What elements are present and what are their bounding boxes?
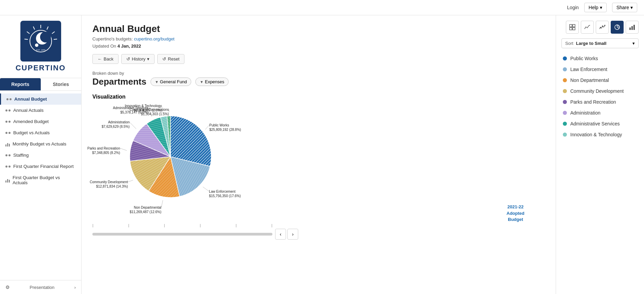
legend-label: Law Enforcement bbox=[570, 67, 607, 72]
nav-icon-dots bbox=[5, 154, 11, 156]
svg-rect-58 bbox=[573, 24, 575, 27]
legend-item-parks-recreation[interactable]: Parks and Recreation bbox=[561, 97, 639, 107]
nav-item-staffing[interactable]: Staffing bbox=[0, 150, 81, 161]
back-button[interactable]: ← Back bbox=[92, 54, 119, 64]
view-bar-button[interactable] bbox=[626, 21, 639, 34]
view-icons bbox=[561, 21, 639, 34]
chevron-right-icon: › bbox=[74, 285, 76, 290]
toolbar: ← Back ↺ History ▾ ↺ Reset bbox=[92, 54, 545, 64]
legend-item-public-works[interactable]: Public Works bbox=[561, 53, 639, 64]
nav-label-first-quarter-budget: First Quarter Budget vs Actuals bbox=[13, 175, 76, 185]
svg-rect-68 bbox=[631, 26, 633, 30]
history-icon: ↺ bbox=[126, 56, 130, 62]
section-title-row: Departments ▼ General Fund ▼ Expenses bbox=[92, 76, 545, 87]
budget-link[interactable]: cupertino.org/budget bbox=[134, 36, 174, 41]
nav-icon-dots bbox=[5, 166, 11, 168]
svg-line-14 bbox=[205, 125, 209, 129]
svg-text:$25,809,192 (28.8%): $25,809,192 (28.8%) bbox=[209, 128, 241, 132]
budget-period-label: 2021-22AdoptedBudget bbox=[506, 204, 524, 223]
nav-label-first-quarter-financial: First Quarter Financial Report bbox=[13, 164, 74, 169]
sort-dropdown-arrow-icon: ▾ bbox=[632, 41, 635, 46]
svg-text:Innovation & Technology: Innovation & Technology bbox=[125, 104, 162, 108]
help-button[interactable]: Help ▾ bbox=[584, 3, 607, 12]
legend-item-law-enforcement[interactable]: Law Enforcement bbox=[561, 64, 639, 75]
reset-icon: ↺ bbox=[162, 56, 166, 62]
nav-label-monthly-budget: Monthly Budget vs Actuals bbox=[13, 141, 66, 146]
nav-item-monthly-budget[interactable]: Monthly Budget vs Actuals bbox=[0, 138, 81, 150]
nav-item-first-quarter-financial[interactable]: First Quarter Financial Report bbox=[0, 161, 81, 172]
nav-label-budget-vs-actuals: Budget vs Actuals bbox=[13, 130, 50, 135]
svg-rect-60 bbox=[573, 28, 575, 30]
legend-item-administrative-services[interactable]: Administrative Services bbox=[561, 118, 639, 129]
page-updated: Updated On 4 Jan, 2022 bbox=[92, 44, 545, 49]
sidebar-tab-stories[interactable]: Stories bbox=[41, 78, 82, 90]
filter-expenses[interactable]: ▼ Expenses bbox=[195, 77, 229, 86]
nav-icon-dots bbox=[6, 98, 12, 100]
legend-dot bbox=[563, 111, 567, 115]
nav-item-annual-actuals[interactable]: Annual Actuals bbox=[0, 105, 81, 116]
share-button[interactable]: Share ▾ bbox=[612, 3, 637, 12]
nav-item-first-quarter-budget[interactable]: First Quarter Budget vs Actuals bbox=[0, 172, 81, 188]
nav-item-amended-budget[interactable]: Amended Budget bbox=[0, 116, 81, 127]
svg-text:Non Departmental: Non Departmental bbox=[134, 206, 161, 209]
nav-icon-dots bbox=[5, 121, 11, 123]
filter-general-fund[interactable]: ▼ General Fund bbox=[150, 77, 191, 86]
sort-label: Sort bbox=[565, 41, 573, 46]
nav-icon-dots bbox=[5, 132, 11, 134]
svg-text:Law Enforcement: Law Enforcement bbox=[209, 190, 235, 193]
timeline-track bbox=[92, 233, 272, 236]
legend-item-administration[interactable]: Administration bbox=[561, 107, 639, 118]
chart-container: Community Development$12,871,834 (14.3%)… bbox=[92, 104, 545, 240]
view-pie-button[interactable] bbox=[611, 21, 624, 34]
pie-chart: Community Development$12,871,834 (14.3%)… bbox=[92, 104, 289, 220]
nav-item-budget-vs-actuals[interactable]: Budget vs Actuals bbox=[0, 127, 81, 138]
svg-text:$7,629,629 (8.5%): $7,629,629 (8.5%) bbox=[102, 125, 129, 128]
legend-label: Innovation & Technology bbox=[570, 132, 622, 137]
broken-down-by-label: Broken down by bbox=[92, 71, 545, 76]
sidebar-tabs: Reports Stories bbox=[0, 78, 81, 91]
timeline-section: |||||| ‹ › bbox=[92, 223, 545, 240]
nav-icon-bar bbox=[5, 142, 10, 146]
svg-text:$1,334,303 (1.5%): $1,334,303 (1.5%) bbox=[141, 112, 169, 116]
presentation-label: Presentation bbox=[30, 285, 54, 290]
view-line-button[interactable] bbox=[581, 21, 594, 34]
svg-point-62 bbox=[602, 25, 603, 27]
sidebar-tab-reports[interactable]: Reports bbox=[0, 78, 41, 90]
svg-text:Parks and Recreation: Parks and Recreation bbox=[87, 146, 120, 150]
city-name: CUPERTINO bbox=[5, 64, 76, 72]
svg-text:Council and Commissions: Council and Commissions bbox=[130, 108, 169, 111]
svg-text:$12,871,834 (14.3%): $12,871,834 (14.3%) bbox=[96, 185, 128, 188]
legend-label: Administrative Services bbox=[570, 121, 620, 126]
svg-line-20 bbox=[128, 180, 133, 182]
right-panel: Sort Large to Small ▾ Public WorksLaw En… bbox=[556, 15, 644, 294]
timeline-prev-button[interactable]: ‹ bbox=[275, 229, 286, 240]
svg-rect-67 bbox=[629, 28, 631, 30]
legend-item-non-departmental[interactable]: Non Departmental bbox=[561, 75, 639, 86]
timeline-next-button[interactable]: › bbox=[287, 229, 298, 240]
svg-text:$11,269,487 (12.6%): $11,269,487 (12.6%) bbox=[130, 210, 161, 214]
svg-line-12 bbox=[161, 200, 163, 207]
view-sparkline-button[interactable] bbox=[596, 21, 609, 34]
history-button[interactable]: ↺ History ▾ bbox=[121, 54, 155, 64]
svg-point-61 bbox=[600, 27, 601, 28]
sidebar-footer[interactable]: ⚙ Presentation › bbox=[0, 280, 81, 294]
login-link[interactable]: Login bbox=[567, 5, 579, 10]
sidebar-nav: Annual Budget Annual Actuals Amended Bud… bbox=[0, 91, 81, 280]
legend-dot bbox=[563, 100, 567, 104]
page-subtitle: Cupertino's budgets: cupertino.org/budge… bbox=[92, 36, 545, 41]
legend-item-innovation-technology[interactable]: Innovation & Technology bbox=[561, 129, 639, 140]
sort-dropdown[interactable]: Sort Large to Small ▾ bbox=[561, 38, 639, 48]
view-table-button[interactable] bbox=[566, 21, 579, 34]
svg-point-10 bbox=[35, 44, 38, 47]
legend-dot bbox=[563, 67, 567, 71]
nav-label-annual-actuals: Annual Actuals bbox=[13, 108, 43, 113]
legend-dot bbox=[563, 89, 567, 93]
filter-icon: ▼ bbox=[155, 80, 159, 84]
nav-item-annual-budget[interactable]: Annual Budget bbox=[0, 93, 81, 105]
pie-chart-icon bbox=[614, 24, 620, 30]
table-icon bbox=[569, 24, 575, 30]
reset-button[interactable]: ↺ Reset bbox=[157, 54, 184, 64]
legend-item-community-development[interactable]: Community Development bbox=[561, 86, 639, 97]
logo-box: EST. 1955 bbox=[20, 21, 61, 62]
svg-text:Public Works: Public Works bbox=[209, 123, 229, 127]
